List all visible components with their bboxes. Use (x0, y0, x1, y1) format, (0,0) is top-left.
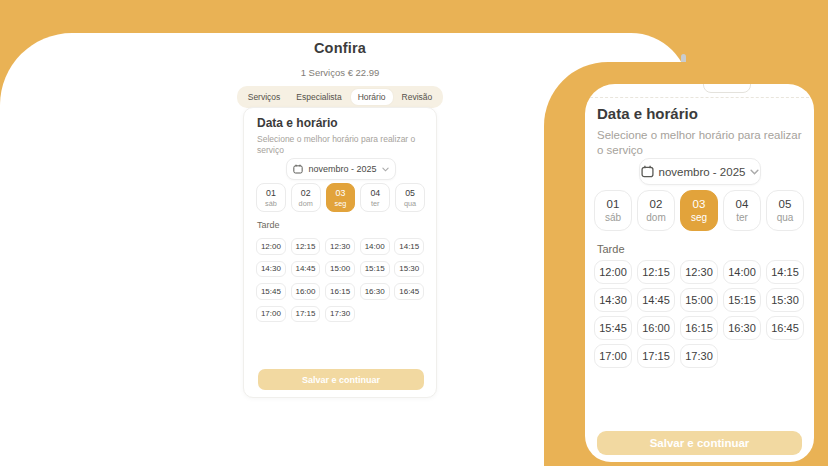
time-chip-15-15[interactable]: 15:15 (360, 261, 390, 278)
page-background: { "colors": { "background": "#E9B255", "… (0, 0, 828, 466)
day-chip-04[interactable]: 04ter (723, 190, 761, 231)
tab-horario[interactable]: Horário (351, 89, 393, 105)
time-slot-grid: 12:0012:1512:3014:0014:1514:3014:4515:00… (594, 260, 804, 368)
calendar-icon (293, 164, 303, 174)
time-chip-16-15[interactable]: 16:15 (325, 283, 355, 300)
time-chip-12-00[interactable]: 12:00 (256, 238, 286, 255)
time-chip-12-30[interactable]: 12:30 (680, 260, 718, 284)
time-chip-17-15[interactable]: 17:15 (291, 306, 321, 323)
time-chip-16-00[interactable]: 16:00 (291, 283, 321, 300)
time-chip-17-15[interactable]: 17:15 (637, 344, 675, 368)
time-chip-16-15[interactable]: 16:15 (680, 316, 718, 340)
period-label: Tarde (597, 243, 625, 255)
day-chip-02[interactable]: 02dom (637, 190, 675, 231)
day-chip-03[interactable]: 03seg (680, 190, 718, 231)
time-chip-16-30[interactable]: 16:30 (360, 283, 390, 300)
day-chip-01[interactable]: 01sáb (256, 183, 286, 212)
tab-revisao[interactable]: Revisão (395, 89, 440, 105)
time-chip-17-00[interactable]: 17:00 (594, 344, 632, 368)
phone-mockup-screen: Data e horário Selecione o melhor horári… (585, 84, 814, 462)
time-chip-15-15[interactable]: 15:15 (723, 288, 761, 312)
time-chip-12-15[interactable]: 12:15 (637, 260, 675, 284)
day-chip-01[interactable]: 01sáb (594, 190, 632, 231)
time-chip-14-15[interactable]: 14:15 (766, 260, 804, 284)
chevron-down-icon (382, 167, 389, 172)
step-tab-bar: ServiçosEspecialistaHorárioRevisão (237, 86, 444, 108)
time-chip-16-30[interactable]: 16:30 (723, 316, 761, 340)
day-chip-02[interactable]: 02dom (291, 183, 321, 212)
time-chip-12-15[interactable]: 12:15 (291, 238, 321, 255)
day-chip-05[interactable]: 05qua (766, 190, 804, 231)
time-chip-14-45[interactable]: 14:45 (291, 261, 321, 278)
day-chip-04[interactable]: 04ter (360, 183, 390, 212)
tab-bar-divider (585, 97, 814, 98)
page-title: Confira (0, 40, 680, 56)
save-button[interactable]: Salvar e continuar (597, 431, 802, 455)
time-chip-14-30[interactable]: 14:30 (594, 288, 632, 312)
time-chip-16-45[interactable]: 16:45 (394, 283, 424, 300)
time-chip-15-30[interactable]: 15:30 (766, 288, 804, 312)
time-chip-14-00[interactable]: 14:00 (360, 238, 390, 255)
time-chip-14-15[interactable]: 14:15 (394, 238, 424, 255)
time-chip-16-00[interactable]: 16:00 (637, 316, 675, 340)
time-chip-16-45[interactable]: 16:45 (766, 316, 804, 340)
time-chip-15-30[interactable]: 15:30 (394, 261, 424, 278)
month-selector[interactable]: novembro - 2025 (286, 158, 396, 180)
card-subtitle: Selecione o melhor horário para realizar… (597, 128, 811, 158)
tab-horario-partial[interactable] (703, 84, 751, 93)
day-chip-row: 01sáb02dom03seg04ter05qua (594, 190, 804, 231)
tab-servicos[interactable]: Serviços (241, 89, 288, 105)
time-chip-14-30[interactable]: 14:30 (256, 261, 286, 278)
month-selector[interactable]: novembro - 2025 (639, 158, 761, 185)
time-chip-17-30[interactable]: 17:30 (325, 306, 355, 323)
month-selector-value: novembro - 2025 (308, 164, 376, 174)
time-chip-14-45[interactable]: 14:45 (637, 288, 675, 312)
time-chip-15-45[interactable]: 15:45 (256, 283, 286, 300)
tab-especialista[interactable]: Especialista (289, 89, 348, 105)
save-button[interactable]: Salvar e continuar (258, 369, 424, 390)
time-chip-17-30[interactable]: 17:30 (680, 344, 718, 368)
month-selector-value: novembro - 2025 (659, 166, 746, 178)
chevron-down-icon (750, 169, 759, 175)
time-chip-15-45[interactable]: 15:45 (594, 316, 632, 340)
card-subtitle: Selecione o melhor horário para realizar… (257, 134, 425, 156)
calendar-icon (641, 165, 654, 178)
period-label: Tarde (257, 220, 280, 230)
day-chip-row: 01sáb02dom03seg04ter05qua (256, 183, 425, 212)
time-chip-14-00[interactable]: 14:00 (723, 260, 761, 284)
card-heading: Data e horário (597, 105, 698, 122)
card-heading: Data e horário (257, 116, 338, 130)
day-chip-05[interactable]: 05qua (395, 183, 425, 212)
datetime-card: Data e horário Selecione o melhor horári… (243, 107, 437, 398)
time-chip-15-00[interactable]: 15:00 (325, 261, 355, 278)
time-chip-12-30[interactable]: 12:30 (325, 238, 355, 255)
time-chip-12-00[interactable]: 12:00 (594, 260, 632, 284)
time-slot-grid: 12:0012:1512:3014:0014:1514:3014:4515:00… (256, 238, 424, 322)
time-chip-17-00[interactable]: 17:00 (256, 306, 286, 323)
time-chip-15-00[interactable]: 15:00 (680, 288, 718, 312)
day-chip-03[interactable]: 03seg (326, 183, 356, 212)
